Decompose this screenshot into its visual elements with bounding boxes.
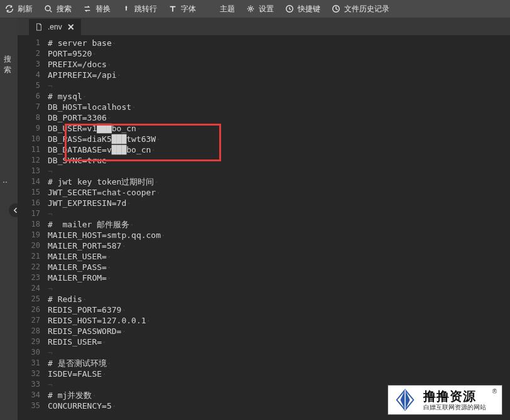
watermark-subtitle: 白嫖互联网资源的网站 [423, 404, 486, 411]
line-number: 29 [18, 337, 48, 347]
code-line[interactable]: MAILER_HOST=smtp.qq.com· [48, 230, 510, 240]
line-number: 32 [18, 369, 48, 379]
line-number: 28 [18, 326, 48, 337]
code-line[interactable]: MAILER_PORT=587· [48, 240, 510, 251]
code-area[interactable]: 1234567891011121314151617181920212223242… [18, 35, 510, 420]
line-number: 34 [18, 390, 48, 401]
code-line[interactable]: # 是否测试环境· [48, 358, 510, 369]
line-number: 4 [18, 70, 48, 80]
line-number: 1 [18, 38, 48, 48]
shortcut-icon [285, 4, 294, 13]
tab-filename: .env [48, 23, 62, 31]
goto-icon [122, 4, 131, 13]
code-line[interactable]: JWT_EXPIRESIN=7d· [48, 198, 510, 208]
code-line[interactable]: # mailer 邮件服务· [48, 219, 510, 230]
code-line[interactable]: ISDEV=FALSE· [48, 369, 510, 379]
watermark-title: 撸撸资源 [423, 389, 486, 404]
code-line[interactable]: # mysql· [48, 91, 510, 102]
main: 搜索 .. .env ✕ 123456789101112131415161718… [0, 18, 510, 420]
code-line[interactable]: PORT=9520· [48, 48, 510, 59]
code-line[interactable]: ¬ [48, 283, 510, 294]
sidebar: 搜索 .. [0, 18, 18, 420]
line-number: 30 [18, 347, 48, 358]
line-number: 7 [18, 102, 48, 112]
code-line[interactable]: MAILER_USER=· [48, 251, 510, 262]
line-number: 33 [18, 379, 48, 390]
code-line[interactable]: REDIS_PASSWORD=· [48, 326, 510, 337]
code-line[interactable]: DB_PORT=3306· [48, 112, 510, 123]
code-line[interactable]: DB_SYNC=true· [48, 155, 510, 166]
toolbar-label: 字体 [181, 4, 196, 14]
line-number: 2 [18, 48, 48, 59]
toolbar-label: 设置 [259, 4, 274, 14]
line-number: 18 [18, 219, 48, 230]
close-icon[interactable]: ✕ [67, 22, 75, 32]
font-icon [168, 4, 177, 13]
code-line[interactable]: ¬ [48, 347, 510, 358]
toolbar-label: 文件历史记录 [344, 4, 389, 14]
code-line[interactable]: DB_USER=v1███bo_cn· [48, 123, 510, 134]
code-line[interactable]: MAILER_FROM=· [48, 272, 510, 283]
toolbar-font[interactable]: 字体 [168, 4, 196, 14]
line-number: 10 [18, 134, 48, 144]
line-number: 5 [18, 80, 48, 91]
code-line[interactable]: # Redis· [48, 294, 510, 304]
tab-env[interactable]: .env ✕ [29, 19, 81, 35]
code-line[interactable]: ¬ [48, 208, 510, 219]
code-line[interactable]: JWT_SECRET=chat-cooper· [48, 187, 510, 198]
toolbar-settings[interactable]: 设置 [246, 4, 274, 14]
history-icon [332, 4, 340, 13]
sidebar-dots: .. [3, 175, 8, 185]
toolbar-theme[interactable]: 主题 [207, 4, 235, 14]
line-number: 6 [18, 91, 48, 102]
code-line[interactable]: REDIS_PORT=6379· [48, 304, 510, 315]
line-number: 27 [18, 315, 48, 326]
code-line[interactable]: DB_HOST=localhost· [48, 102, 510, 112]
line-number: 12 [18, 155, 48, 166]
watermark: 撸撸资源 白嫖互联网资源的网站 ® [388, 385, 502, 415]
toolbar-label: 替换 [95, 4, 111, 14]
toolbar-shortcut[interactable]: 快捷键 [285, 4, 320, 14]
line-number: 21 [18, 251, 48, 262]
code-line[interactable]: REDIS_USER=· [48, 337, 510, 347]
editor-area: .env ✕ 123456789101112131415161718192021… [18, 18, 510, 420]
code-line[interactable]: # server base· [48, 38, 510, 48]
line-number: 23 [18, 272, 48, 283]
replace-icon [83, 4, 92, 13]
settings-icon [246, 4, 255, 13]
toolbar-label: 搜索 [57, 4, 72, 14]
toolbar-label: 跳转行 [134, 4, 157, 14]
line-number: 35 [18, 401, 48, 411]
line-number: 26 [18, 304, 48, 315]
code-line[interactable]: DB_PASS=diaK5███twt63W· [48, 134, 510, 144]
watermark-logo-icon [393, 388, 417, 412]
code-line[interactable]: DB_DATABASE=v███bo_cn· [48, 144, 510, 155]
toolbar-search[interactable]: 搜索 [44, 4, 72, 14]
svg-point-0 [45, 6, 50, 11]
code-line[interactable]: REDIS_HOST=127.0.0.1· [48, 315, 510, 326]
line-number: 8 [18, 112, 48, 123]
toolbar-goto[interactable]: 跳转行 [122, 4, 157, 14]
line-number: 13 [18, 166, 48, 176]
sidebar-search-label[interactable]: 搜索 [0, 51, 18, 78]
toolbar-replace[interactable]: 替换 [83, 4, 111, 14]
line-number: 31 [18, 358, 48, 369]
line-number: 3 [18, 59, 48, 70]
code-line[interactable]: # jwt key token过期时间· [48, 176, 510, 187]
toolbar: 刷新 搜索 替换 跳转行 字体 主题 设置 快捷键 文件历史记录 [0, 0, 510, 18]
code-line[interactable]: ¬ [48, 166, 510, 176]
code-line[interactable]: PREFIX=/docs· [48, 59, 510, 70]
line-number: 22 [18, 262, 48, 272]
search-icon [44, 4, 53, 13]
toolbar-history[interactable]: 文件历史记录 [332, 4, 389, 14]
code-line[interactable]: MAILER_PASS=· [48, 262, 510, 272]
code-lines[interactable]: # server base·PORT=9520·PREFIX=/docs·API… [48, 35, 510, 420]
toolbar-label: 快捷键 [298, 4, 320, 14]
line-number: 11 [18, 144, 48, 155]
code-line[interactable]: APIPREFIX=/api· [48, 70, 510, 80]
tab-bar: .env ✕ [18, 18, 510, 35]
svg-point-1 [249, 8, 252, 10]
line-number: 16 [18, 198, 48, 208]
toolbar-refresh[interactable]: 刷新 [5, 4, 33, 14]
code-line[interactable]: ¬ [48, 80, 510, 91]
